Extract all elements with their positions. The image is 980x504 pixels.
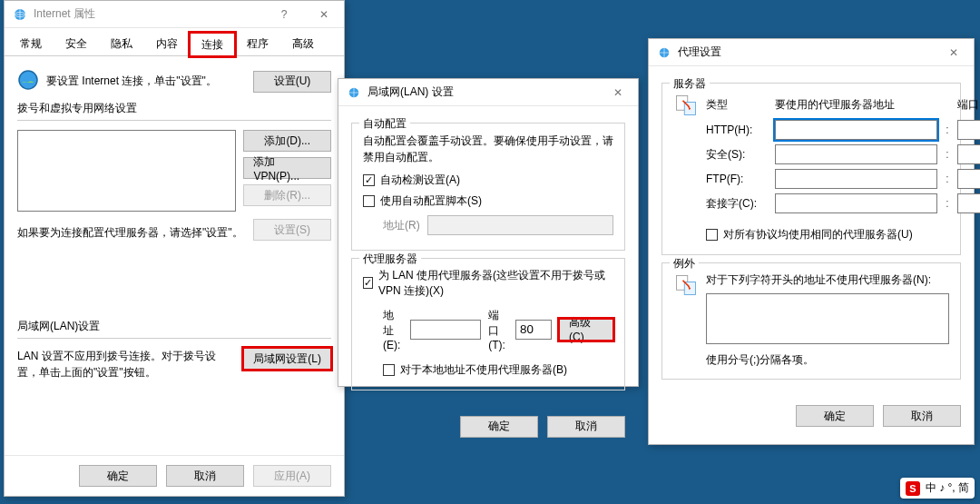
- secure-label: 安全(S):: [706, 147, 769, 163]
- same-proxy-all-checkbox[interactable]: 对所有协议均使用相同的代理服务器(U): [706, 227, 913, 242]
- exceptions-textarea[interactable]: [706, 293, 949, 344]
- use-proxy-label: 为 LAN 使用代理服务器(这些设置不用于拨号或 VPN 连接)(X): [378, 268, 613, 299]
- window-title: 局域网(LAN) 设置: [368, 84, 598, 100]
- window-title: Internet 属性: [34, 6, 264, 22]
- apply-button: 应用(A): [253, 465, 331, 487]
- close-button[interactable]: ✕: [304, 1, 344, 28]
- proxy-port-input[interactable]: [515, 320, 552, 340]
- exceptions-group: 例外 对于下列字符开头的地址不使用代理服务器(N): 使用分号(;)分隔各项。: [662, 262, 961, 380]
- content-area: 要设置 Internet 连接，单击"设置"。 设置(U) 拨号和虚拟专用网络设…: [5, 56, 344, 393]
- remove-button: 删除(R)...: [243, 184, 331, 206]
- bypass-local-label: 对于本地地址不使用代理服务器(B): [400, 362, 567, 378]
- close-button[interactable]: ✕: [934, 39, 974, 66]
- globe-icon: [17, 69, 39, 94]
- setup-button[interactable]: 设置(U): [253, 71, 331, 93]
- internet-options-icon: [12, 6, 28, 23]
- servers-legend: 服务器: [670, 76, 710, 92]
- proxy-group: 代理服务器 为 LAN 使用代理服务器(这些设置不用于拨号或 VPN 连接)(X…: [351, 258, 625, 390]
- http-address-input[interactable]: [775, 120, 937, 140]
- tab-connections[interactable]: 连接: [190, 33, 235, 56]
- dialup-section-label: 拨号和虚拟专用网络设置: [17, 101, 331, 116]
- auto-detect-checkbox[interactable]: 自动检测设置(A): [363, 173, 460, 188]
- advanced-button[interactable]: 高级(C): [559, 319, 613, 341]
- setup-hint: 要设置 Internet 连接，单击"设置"。: [46, 74, 246, 89]
- auto-detect-label: 自动检测设置(A): [380, 173, 460, 188]
- proxy-settings-window: 代理设置 ✕ 服务器 类型 要使用的代理服务器地址 端口 HTTP(H):: [648, 38, 975, 445]
- dial-note: 如果要为连接配置代理服务器，请选择"设置"。: [17, 224, 246, 241]
- tab-general[interactable]: 常规: [8, 32, 54, 55]
- auto-script-label: 使用自动配置脚本(S): [380, 193, 482, 209]
- auto-config-legend: 自动配置: [359, 116, 410, 132]
- dialup-listbox[interactable]: [17, 130, 236, 212]
- col-port-header: 端口: [957, 97, 980, 113]
- checkbox-icon: [363, 174, 375, 186]
- ime-indicator[interactable]: S 中 ♪ °, 简: [900, 478, 975, 499]
- cancel-button[interactable]: 取消: [547, 416, 625, 438]
- tab-advanced[interactable]: 高级: [280, 32, 326, 55]
- proxy-legend: 代理服务器: [359, 252, 421, 267]
- socks-address-input[interactable]: [775, 193, 937, 213]
- socks-label: 套接字(C):: [706, 196, 769, 212]
- script-address-input: [427, 215, 613, 235]
- lan-settings-button[interactable]: 局域网设置(L): [243, 348, 331, 370]
- http-label: HTTP(H):: [706, 124, 769, 136]
- ime-text: 中 ♪ °, 简: [926, 480, 969, 496]
- lan-settings-window: 局域网(LAN) 设置 ✕ 自动配置 自动配置会覆盖手动设置。要确保使用手动设置…: [338, 78, 639, 387]
- tab-strip: 常规 安全 隐私 内容 连接 程序 高级: [5, 28, 344, 56]
- checkbox-icon: [363, 277, 373, 289]
- socks-port-input[interactable]: [957, 193, 980, 213]
- checkbox-icon: [363, 195, 375, 207]
- bypass-local-checkbox[interactable]: 对于本地地址不使用代理服务器(B): [363, 362, 567, 378]
- add-button[interactable]: 添加(D)...: [243, 130, 331, 152]
- use-proxy-checkbox[interactable]: 为 LAN 使用代理服务器(这些设置不用于拨号或 VPN 连接)(X): [363, 268, 613, 299]
- tab-privacy[interactable]: 隐私: [99, 32, 144, 55]
- ok-button[interactable]: 确定: [796, 405, 874, 427]
- auto-config-note: 自动配置会覆盖手动设置。要确保使用手动设置，请禁用自动配置。: [363, 133, 613, 165]
- ok-button[interactable]: 确定: [460, 416, 538, 438]
- settings-button: 设置(S): [253, 219, 331, 241]
- ftp-address-input[interactable]: [775, 169, 937, 189]
- close-button[interactable]: ✕: [598, 79, 638, 106]
- same-proxy-all-label: 对所有协议均使用相同的代理服务器(U): [723, 227, 913, 242]
- proxy-address-label: 地址(E):: [383, 308, 403, 351]
- col-addr-header: 要使用的代理服务器地址: [775, 97, 937, 113]
- checkbox-icon: [706, 229, 718, 241]
- servers-group: 服务器 类型 要使用的代理服务器地址 端口 HTTP(H): :: [662, 83, 961, 255]
- server-icon: [673, 93, 699, 243]
- ftp-label: FTP(F):: [706, 173, 769, 185]
- cancel-button[interactable]: 取消: [166, 465, 244, 487]
- tab-content[interactable]: 内容: [144, 32, 190, 55]
- internet-properties-window: Internet 属性 ? ✕ 常规 安全 隐私 内容 连接 程序 高级 要设置…: [4, 0, 345, 497]
- auto-script-checkbox[interactable]: 使用自动配置脚本(S): [363, 193, 482, 209]
- cancel-button[interactable]: 取消: [883, 405, 961, 427]
- titlebar: 局域网(LAN) 设置 ✕: [338, 79, 638, 106]
- lan-note: LAN 设置不应用到拨号连接。对于拨号设置，单击上面的"设置"按钮。: [17, 348, 236, 380]
- checkbox-icon: [383, 364, 395, 376]
- window-title: 代理设置: [678, 44, 934, 60]
- secure-address-input[interactable]: [775, 144, 937, 164]
- col-type-header: 类型: [706, 97, 769, 113]
- titlebar: Internet 属性 ? ✕: [5, 1, 344, 28]
- secure-port-input[interactable]: [957, 144, 980, 164]
- exceptions-note: 对于下列字符开头的地址不使用代理服务器(N):: [706, 272, 949, 288]
- proxy-port-label: 端口(T):: [488, 308, 508, 351]
- server-icon: [673, 272, 699, 368]
- auto-config-group: 自动配置 自动配置会覆盖手动设置。要确保使用手动设置，请禁用自动配置。 自动检测…: [351, 123, 625, 251]
- tab-security[interactable]: 安全: [54, 32, 99, 55]
- add-vpn-button[interactable]: 添加 VPN(P)...: [243, 157, 331, 179]
- sogou-icon: S: [906, 481, 920, 496]
- ftp-port-input[interactable]: [957, 169, 980, 189]
- proxy-address-input[interactable]: [410, 320, 481, 340]
- http-port-input[interactable]: [957, 120, 980, 140]
- internet-options-icon: [346, 84, 362, 101]
- tab-programs[interactable]: 程序: [235, 32, 280, 55]
- exceptions-hint: 使用分号(;)分隔各项。: [706, 352, 949, 368]
- exceptions-legend: 例外: [670, 256, 699, 272]
- help-button[interactable]: ?: [264, 1, 304, 28]
- titlebar: 代理设置 ✕: [649, 39, 974, 66]
- script-address-label: 地址(R): [383, 218, 420, 233]
- ok-button[interactable]: 确定: [79, 465, 157, 487]
- internet-options-icon: [656, 44, 672, 61]
- lan-section-label: 局域网(LAN)设置: [17, 319, 331, 334]
